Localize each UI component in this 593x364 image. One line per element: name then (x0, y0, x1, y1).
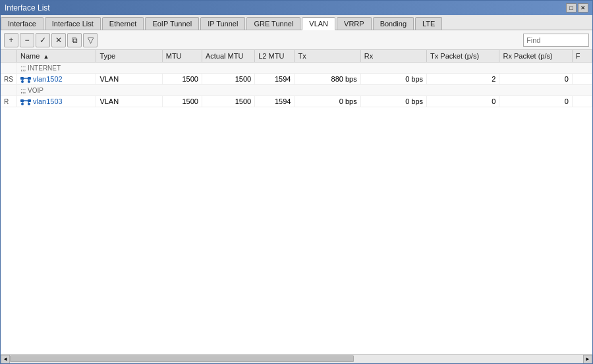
col-rx[interactable]: Rx (360, 50, 426, 63)
row-type-vlan1502: VLAN (96, 74, 162, 85)
table-row[interactable]: RS (1, 74, 592, 85)
add-button[interactable]: + (4, 33, 18, 47)
toolbar: + − ✓ ✕ ⧉ ▽ (1, 30, 592, 50)
row-rx-packet-vlan1502: 0 (499, 74, 572, 85)
scroll-thumb[interactable] (10, 355, 354, 362)
tab-bonding[interactable]: Bonding (373, 17, 414, 30)
col-tx[interactable]: Tx (295, 50, 360, 63)
row-name-vlan1502: vlan1502 (16, 74, 96, 85)
search-input[interactable] (523, 34, 589, 47)
tab-lte[interactable]: LTE (415, 17, 442, 30)
row-tx-packet-vlan1502: 2 (427, 74, 499, 85)
tab-gre-tunnel[interactable]: GRE Tunnel (246, 17, 300, 30)
network-icon (20, 75, 31, 83)
scroll-right-button[interactable]: ► (583, 355, 592, 364)
window-title: Interface List (5, 3, 50, 13)
row-l2mtu-vlan1503: 1594 (255, 96, 295, 107)
copy-button[interactable]: ⧉ (67, 33, 82, 47)
group-flag-voip (1, 85, 16, 96)
table-row[interactable]: R (1, 96, 592, 107)
group-label-voip: ;;; VOIP (16, 85, 592, 96)
title-bar: Interface List □ ✕ (1, 1, 592, 15)
col-tx-packet[interactable]: Tx Packet (p/s) (427, 50, 499, 63)
filter-button[interactable]: ▽ (83, 33, 98, 47)
tab-vlan[interactable]: VLAN (302, 17, 335, 30)
copy-icon: ⧉ (72, 36, 78, 45)
tab-eoip-tunnel[interactable]: EoIP Tunnel (145, 17, 199, 30)
tab-interface-list[interactable]: Interface List (45, 17, 101, 30)
sort-arrow-name: ▲ (43, 53, 49, 60)
scroll-track[interactable] (10, 355, 583, 364)
network-icon (20, 97, 31, 105)
row-f-vlan1503 (572, 96, 592, 107)
filter-icon: ▽ (88, 36, 94, 45)
cross-icon: ✕ (55, 36, 62, 45)
row-flag-vlan1502: RS (1, 74, 16, 85)
col-type[interactable]: Type (96, 50, 162, 63)
group-row-voip: ;;; VOIP (1, 85, 592, 96)
row-name-vlan1503: vlan1503 (16, 96, 96, 107)
scroll-left-button[interactable]: ◄ (1, 355, 10, 364)
enable-button[interactable]: ✓ (36, 33, 50, 47)
disable-button[interactable]: ✕ (51, 33, 66, 47)
group-label-internet: ;;; INTERNET (16, 63, 592, 74)
row-f-vlan1502 (572, 74, 592, 85)
col-l2-mtu[interactable]: L2 MTU (255, 50, 295, 63)
col-actual-mtu[interactable]: Actual MTU (202, 50, 254, 63)
horizontal-scrollbar[interactable]: ◄ ► (1, 354, 592, 363)
content-area: Name ▲ Type MTU Actual MTU L2 MTU Tx Rx … (1, 50, 592, 363)
col-flag (1, 50, 16, 63)
main-window: Interface List □ ✕ Interface Interface L… (0, 0, 593, 364)
tab-interface[interactable]: Interface (1, 17, 43, 30)
remove-icon: − (24, 36, 29, 45)
tab-bar: Interface Interface List Ethernet EoIP T… (1, 15, 592, 30)
add-icon: + (9, 36, 13, 45)
row-tx-vlan1502: 880 bps (295, 74, 360, 85)
check-icon: ✓ (40, 36, 46, 45)
group-row-internet: ;;; INTERNET (1, 63, 592, 74)
row-mtu-vlan1502: 1500 (162, 74, 202, 85)
row-mtu-vlan1503: 1500 (162, 96, 202, 107)
close-button[interactable]: ✕ (578, 3, 588, 13)
col-mtu[interactable]: MTU (162, 50, 202, 63)
row-flag-vlan1503: R (1, 96, 16, 107)
window-controls: □ ✕ (566, 3, 588, 13)
col-name[interactable]: Name ▲ (16, 50, 96, 63)
table-wrapper[interactable]: Name ▲ Type MTU Actual MTU L2 MTU Tx Rx … (1, 50, 592, 354)
row-tx-packet-vlan1503: 0 (427, 96, 499, 107)
minimize-button[interactable]: □ (566, 3, 577, 13)
row-actual-mtu-vlan1503: 1500 (202, 96, 254, 107)
tab-ethernet[interactable]: Ethernet (102, 17, 144, 30)
row-rx-vlan1503: 0 bps (360, 96, 426, 107)
row-actual-mtu-vlan1502: 1500 (202, 74, 254, 85)
interface-table: Name ▲ Type MTU Actual MTU L2 MTU Tx Rx … (1, 50, 592, 107)
tab-vrrp[interactable]: VRRP (337, 17, 372, 30)
row-rx-packet-vlan1503: 0 (499, 96, 572, 107)
remove-button[interactable]: − (20, 33, 34, 47)
row-type-vlan1503: VLAN (96, 96, 162, 107)
table-header-row: Name ▲ Type MTU Actual MTU L2 MTU Tx Rx … (1, 50, 592, 63)
col-rx-packet[interactable]: Rx Packet (p/s) (499, 50, 572, 63)
row-rx-vlan1502: 0 bps (360, 74, 426, 85)
group-flag (1, 63, 16, 74)
row-tx-vlan1503: 0 bps (295, 96, 360, 107)
col-f[interactable]: F (572, 50, 592, 63)
tab-ip-tunnel[interactable]: IP Tunnel (200, 17, 245, 30)
row-l2mtu-vlan1502: 1594 (255, 74, 295, 85)
